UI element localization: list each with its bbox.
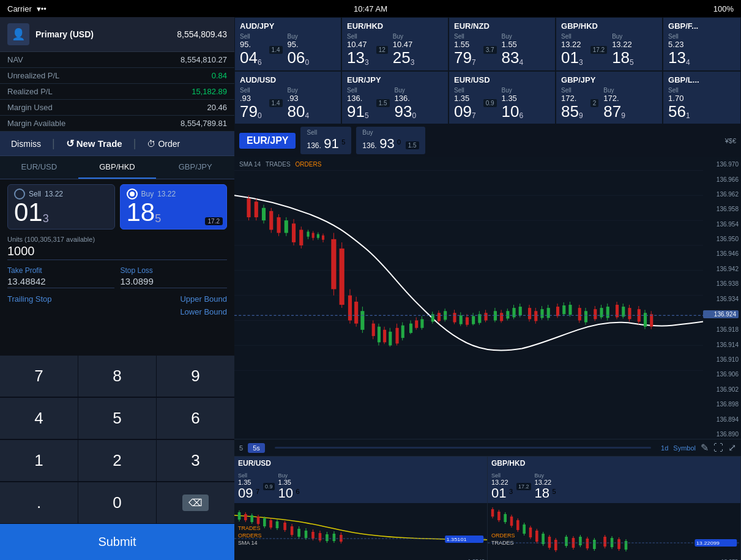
upper-bound-link[interactable]: Upper Bound xyxy=(180,294,227,304)
numpad-1[interactable]: 1 xyxy=(0,440,78,482)
stat-unrealized: Unrealized P/L 0.84 xyxy=(0,68,234,84)
tile-eurhkd[interactable]: EUR/HKD Sell 10.47 13 3 12 Buy 10.47 xyxy=(341,17,449,71)
mini-chart-eurusd: EUR/USD Sell 1.35 09 7 0.9 Buy 1.35 xyxy=(234,457,488,560)
tile-gbpf-top[interactable]: GBP/F... Sell 5.23 13 4 xyxy=(663,17,741,71)
trades-label[interactable]: TRADES xyxy=(266,161,291,168)
tile-audjpy-sell: Sell 95. 04 6 xyxy=(240,33,262,67)
mini-gbphkd-canvas: 13.22099 xyxy=(488,503,740,560)
tile-gbphkd-top[interactable]: GBP/HKD Sell 13.22 01 3 17.2 Buy 13.22 xyxy=(556,17,663,71)
margin-avail-label: Margin Available xyxy=(7,119,65,128)
account-header: 👤 Primary (USD) 8,554,809.43 xyxy=(0,17,234,52)
tile-gbpl-row2[interactable]: GBP/L... Sell 1.70 56 1 xyxy=(663,71,741,125)
take-profit-value[interactable]: 13.48842 xyxy=(7,275,114,288)
sell-price-main: 13.22 xyxy=(45,190,63,198)
svg-rect-74 xyxy=(472,316,475,324)
numpad-3[interactable]: 3 xyxy=(157,440,234,482)
buy-sup: 5 xyxy=(155,212,161,225)
numpad-8[interactable]: 8 xyxy=(78,356,156,397)
sell-option[interactable]: Sell 13.22 01 3 xyxy=(7,184,115,230)
main-chart: EUR/JPY Sell 136. 91 5 Buy 136. 93 xyxy=(234,124,741,456)
stop-loss-value[interactable]: 13.0899 xyxy=(121,275,228,288)
tile-eurjpy[interactable]: EUR/JPY Sell 136. 91 5 1.5 Buy 136. xyxy=(341,71,449,125)
numpad: 7 8 9 4 5 6 1 2 3 . 0 ⌫ xyxy=(0,356,234,524)
symbol-btn[interactable]: Symbol xyxy=(673,444,696,452)
sell-label: Sell xyxy=(29,190,41,198)
submit-button[interactable]: Submit xyxy=(0,524,234,560)
numpad-7[interactable]: 7 xyxy=(0,356,78,397)
lower-bound-row: Lower Bound xyxy=(7,307,227,316)
chart-buy-box: Buy 136. 93 0 1.5 xyxy=(356,127,425,154)
numpad-5[interactable]: 5 xyxy=(78,398,156,439)
take-profit-field: Take Profit 13.48842 xyxy=(7,266,114,288)
lower-bound-link[interactable]: Lower Bound xyxy=(180,307,227,316)
svg-rect-163 xyxy=(488,503,740,560)
margin-used-label: Margin Used xyxy=(7,103,53,112)
tab-gbpjpy[interactable]: GBP/JPY xyxy=(156,156,234,179)
nav-label: NAV xyxy=(7,55,23,64)
svg-rect-94 xyxy=(540,309,543,318)
status-bar: Carrier ▾•• 10:47 AM 100% xyxy=(0,0,741,17)
order-button[interactable]: ⏱ Order xyxy=(142,136,185,151)
left-panel: 👤 Primary (USD) 8,554,809.43 NAV 8,554,8… xyxy=(0,17,234,560)
realized-value: 15,182.89 xyxy=(192,87,227,96)
carrier-label: Carrier xyxy=(7,4,32,13)
toolbar-sep2: | xyxy=(133,137,136,150)
buy-big-num: 18 xyxy=(127,200,155,225)
tile-gbpjpy[interactable]: GBP/JPY Sell 172. 85 9 2 Buy 172. xyxy=(556,71,663,125)
new-trade-button[interactable]: ↺ New Trade xyxy=(61,135,127,152)
delete-icon: ⌫ xyxy=(182,495,209,511)
tile-audjpy-prices: Sell 95. 04 6 1.4 Buy 95. 06 0 xyxy=(240,33,336,67)
tab-eurusd[interactable]: EUR/USD xyxy=(0,156,78,179)
svg-rect-52 xyxy=(396,328,399,344)
chart-axis-toggle[interactable]: ¥$€ xyxy=(725,137,736,144)
orders-label[interactable]: ORDERS xyxy=(296,161,322,168)
account-balance: 8,554,809.43 xyxy=(177,29,227,39)
numpad-2[interactable]: 2 xyxy=(78,440,156,482)
period-num-btn[interactable]: 5 xyxy=(239,444,243,452)
mini-gbphkd-prices: Sell 13.22 01 3 17.2 Buy 13.22 18 5 xyxy=(488,470,740,503)
tile-eurusd-grid[interactable]: EUR/USD Sell 1.35 09 7 0.9 Buy 1.35 xyxy=(449,71,556,125)
numpad-dot[interactable]: . xyxy=(0,482,78,524)
svg-rect-68 xyxy=(453,313,456,322)
timeline-scrubber[interactable] xyxy=(275,447,651,449)
sell-big-num: 01 xyxy=(14,200,43,225)
new-trade-label: New Trade xyxy=(76,138,122,149)
period-5s-btn[interactable]: 5s xyxy=(248,443,265,453)
numpad-delete[interactable]: ⌫ xyxy=(157,482,234,524)
mini-gbphkd-overlays: ORDERS TRADES xyxy=(491,532,515,546)
account-name: Primary (USD) xyxy=(35,29,171,39)
numpad-0[interactable]: 0 xyxy=(78,482,156,524)
units-input[interactable] xyxy=(7,243,227,260)
stat-realized: Realized P/L 15,182.89 xyxy=(0,84,234,100)
stop-loss-field: Stop Loss 13.0899 xyxy=(121,266,228,288)
stat-margin-available: Margin Available 8,554,789.81 xyxy=(0,116,234,132)
numpad-6[interactable]: 6 xyxy=(157,398,234,439)
buy-option[interactable]: Buy 13.22 18 5 17.2 xyxy=(120,184,228,230)
dismiss-button[interactable]: Dismiss xyxy=(6,136,46,151)
margin-used-value: 20.46 xyxy=(207,103,227,112)
svg-rect-127 xyxy=(234,503,487,560)
trade-tabs: EUR/USD GBP/HKD GBP/JPY xyxy=(0,156,234,179)
chart-header: EUR/JPY Sell 136. 91 5 Buy 136. 93 xyxy=(234,124,741,157)
avatar: 👤 xyxy=(7,23,29,45)
numpad-4[interactable]: 4 xyxy=(0,398,78,439)
price-axis: 136.970 136.966 136.962 136.958 136.954 … xyxy=(703,124,741,456)
timeframe-btn[interactable]: 1d xyxy=(661,444,668,452)
wifi-icon: ▾•• xyxy=(37,4,47,13)
mini-eurusd-axis: 1.3548 1.3541 1.3534 1.3527 1.3520 1.349… xyxy=(453,503,487,560)
numpad-9[interactable]: 9 xyxy=(157,356,234,397)
mini-eurusd-header: EUR/USD xyxy=(234,457,487,470)
take-profit-label: Take Profit xyxy=(7,266,114,275)
tab-gbphkd[interactable]: GBP/HKD xyxy=(78,156,157,179)
trailing-stop-link[interactable]: Trailing Stop xyxy=(7,294,52,304)
trade-toggle: Sell 13.22 01 3 Buy 13.22 18 xyxy=(7,184,227,230)
sma-label[interactable]: SMA 14 xyxy=(239,161,261,168)
account-info: Primary (USD) xyxy=(35,29,171,39)
tile-audusd[interactable]: AUD/USD Sell .93 79 0 1.4 Buy .93 xyxy=(234,71,341,125)
tile-audjpy[interactable]: AUD/JPY Sell 95. 04 6 1.4 Buy 95. xyxy=(234,17,341,71)
chart-overlay: SMA 14 TRADES ORDERS xyxy=(239,161,321,168)
trade-panel: Sell 13.22 01 3 Buy 13.22 18 xyxy=(0,179,234,356)
tile-audjpy-spread: 1.4 xyxy=(269,46,283,54)
tile-eurnzd[interactable]: EUR/NZD Sell 1.55 79 7 3.7 Buy 1.55 xyxy=(449,17,556,71)
status-bar-left: Carrier ▾•• xyxy=(7,4,47,13)
